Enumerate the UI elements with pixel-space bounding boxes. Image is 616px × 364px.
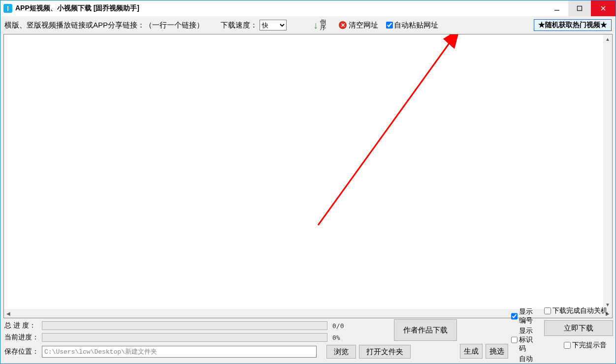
minimize-button[interactable]: [546, 0, 568, 16]
save-path-input[interactable]: [42, 346, 317, 358]
svg-line-6: [318, 34, 458, 225]
pick-button[interactable]: 挑选: [486, 344, 508, 359]
auto-md5-checkbox[interactable]: 自动改MD5: [511, 355, 534, 364]
scroll-left-icon[interactable]: ◀: [4, 309, 13, 318]
total-progress-label: 总 进 度：: [4, 321, 39, 330]
browse-button[interactable]: 浏览: [326, 345, 356, 359]
maximize-button[interactable]: [568, 0, 591, 16]
close-button[interactable]: [591, 0, 616, 16]
annotation-arrow: [4, 34, 612, 318]
download-now-button[interactable]: 立即下载: [544, 320, 613, 336]
save-path-label: 保存位置：: [4, 347, 39, 356]
bottom-panel: 总 进 度： 0/0 当前进度： 0% 保存位置： 浏览 打开文件夹 作者作品下…: [0, 318, 616, 364]
toolbar: 横版、竖版视频播放链接或APP分享链接：（一行一个链接） 下载速度： 快 ↓ 倒…: [0, 16, 616, 34]
total-progress-bar: [42, 321, 327, 330]
auto-paste-input[interactable]: [386, 22, 393, 29]
url-hint-label: 横版、竖版视频播放链接或APP分享链接：（一行一个链接）: [4, 21, 204, 30]
show-idcode-checkbox[interactable]: 显示标识码: [511, 327, 534, 353]
speed-label: 下载速度：: [221, 21, 258, 30]
window-title: APP短视频、小视频下载 [固乔视频助手]: [15, 4, 139, 13]
generate-button[interactable]: 生成: [460, 344, 483, 359]
auto-paste-checkbox[interactable]: 自动粘贴网址: [386, 21, 438, 30]
auto-paste-label: 自动粘贴网址: [394, 21, 438, 30]
svg-rect-3: [578, 6, 582, 11]
scroll-up-icon[interactable]: ▲: [603, 34, 612, 43]
show-index-checkbox[interactable]: 显示编号: [511, 307, 534, 325]
window-controls: [546, 0, 616, 16]
down-arrow-icon[interactable]: ↓: [313, 20, 318, 31]
vertical-scrollbar[interactable]: ▲ ▼: [603, 34, 612, 309]
app-window: APP短视频、小视频下载 [固乔视频助手] 横版、竖版视频播放链接或APP分享链…: [0, 0, 616, 364]
app-icon: [3, 4, 12, 13]
clear-urls-label: 清空网址: [349, 21, 378, 30]
svg-point-1: [7, 6, 8, 7]
current-progress-text: 0%: [332, 334, 340, 341]
finish-sound-checkbox[interactable]: 下完提示音: [564, 341, 607, 350]
url-textarea[interactable]: ▲ ▼ ◀ ▶: [3, 34, 613, 318]
auto-shutdown-checkbox[interactable]: 下载完成自动关机: [544, 306, 608, 315]
author-works-button[interactable]: 作者作品下载: [394, 319, 457, 341]
current-progress-bar: [42, 333, 327, 342]
random-hot-videos-button[interactable]: ★随机获取热门视频★: [534, 19, 612, 31]
title-bar: APP短视频、小视频下载 [固乔视频助手]: [0, 0, 616, 16]
speed-select[interactable]: 快: [259, 20, 287, 30]
total-progress-text: 0/0: [332, 322, 344, 330]
current-progress-label: 当前进度：: [4, 333, 39, 342]
reverse-order-button[interactable]: 倒序: [320, 20, 327, 30]
actions-area: 作者作品下载 生成 挑选 显示编号 显示标识码 自动改MD5 ⚙ 高级设置: [394, 304, 611, 359]
clear-icon: ✕: [339, 21, 347, 29]
clear-urls-button[interactable]: ✕ 清空网址: [339, 21, 378, 30]
